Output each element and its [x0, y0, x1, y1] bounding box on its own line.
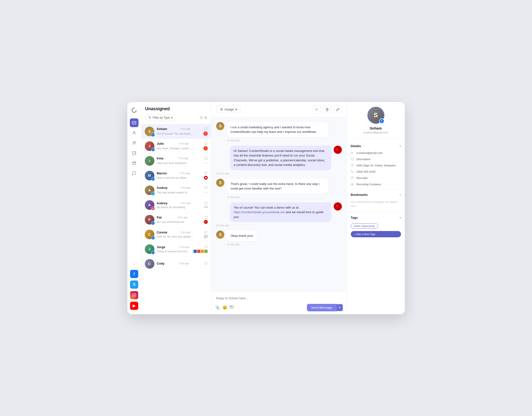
nav-tasks[interactable] — [130, 149, 138, 158]
svg-rect-23 — [351, 177, 353, 179]
phone-icon — [351, 170, 355, 174]
detail-phone: (303) 555-0105 — [351, 169, 401, 175]
chevron-down-icon: ▾ — [399, 216, 401, 219]
right-panel: S f Soham a.soham@gmail.com Details ▾ ✉ … — [347, 102, 405, 314]
conv-list-header: Unassigned Filter by Type ▾ ☰ ⊞ — [141, 102, 211, 124]
tags-section-header[interactable]: Tags ▾ — [351, 213, 401, 221]
list-item[interactable]: C f Connie 3 hrs ago hello Do we have an… — [141, 227, 211, 242]
message-row: S That's great, I could really use the e… — [216, 179, 342, 194]
message-bubble: Hi Saham! ContentStudio is a social medi… — [230, 146, 331, 170]
social-twitter[interactable]: 𝕏 — [130, 281, 138, 289]
trash-button[interactable] — [323, 105, 331, 113]
send-main[interactable]: Send Message — [307, 304, 337, 311]
link-button[interactable] — [334, 105, 342, 113]
msg-group: S Okay thank you! 12 mins ago — [216, 231, 342, 246]
svg-point-3 — [135, 142, 136, 143]
agent-avatar: N — [334, 202, 342, 210]
msg-group: Yes of course! You can book a demo with … — [216, 202, 342, 227]
list-item[interactable]: J f Jorge 3 hrs ago Trying to expand you… — [141, 242, 211, 257]
location-icon — [351, 164, 355, 167]
nav-contacts[interactable] — [130, 129, 138, 137]
svg-text:N: N — [336, 205, 337, 207]
svg-rect-10 — [205, 157, 207, 159]
send-dropdown[interactable]: ▾ — [337, 304, 343, 311]
msg-avatar: S — [216, 122, 224, 130]
demo-link[interactable]: https://contentstudio.youcanbook.me — [234, 210, 285, 214]
message-row: S I run a small marketing agency and I w… — [216, 122, 342, 137]
social-instagram[interactable] — [130, 291, 138, 299]
grid-view-icon[interactable]: ⊞ — [204, 115, 207, 120]
assign-button[interactable]: Assign ▾ — [216, 106, 241, 113]
conv-filter-row: Filter by Type ▾ ☰ ⊞ — [145, 114, 207, 121]
msg-time: 12 mins ago — [227, 196, 342, 199]
company-icon — [351, 183, 355, 186]
filter-type-button[interactable]: Filter by Type ▾ — [145, 114, 176, 121]
nav-team[interactable] — [130, 139, 138, 147]
details-section-header[interactable]: Details ▾ — [351, 142, 401, 150]
check-button[interactable] — [312, 105, 321, 113]
svg-point-2 — [133, 142, 134, 143]
emoji-icon[interactable]: 😊 — [222, 305, 227, 310]
list-item[interactable]: C Cody 3 hrs ago — [141, 257, 211, 271]
contact-email: a.soham@gmail.com — [363, 131, 388, 134]
contact-header: S f Soham a.soham@gmail.com — [351, 107, 401, 138]
nav-inbox[interactable] — [130, 118, 138, 127]
app-container: ··· f 𝕏 ▶ Unassigned Filter by Type ▾ ☰ … — [127, 102, 405, 314]
chat-messages: S I run a small marketing agency and I w… — [211, 117, 347, 291]
msg-group: Hi Saham! ContentStudio is a social medi… — [216, 146, 342, 175]
msg-avatar: S — [216, 179, 224, 187]
social-youtube[interactable]: ▶ — [130, 302, 138, 310]
message-bubble: That's great, I could really use the ext… — [227, 179, 328, 194]
message-bubble: Yes of course! You can book a demo with … — [230, 202, 331, 222]
agent-avatar: N — [334, 146, 342, 154]
add-tag-button[interactable]: + Add a New Tags — [351, 231, 401, 237]
msg-time: 12 mins ago — [216, 172, 342, 175]
social-badge: f — [151, 221, 155, 225]
social-badge: ig — [151, 207, 155, 210]
nav-archive[interactable] — [130, 159, 138, 168]
indicator: ! — [203, 146, 208, 151]
nav-chat[interactable] — [130, 169, 138, 178]
msg-group: S I run a small marketing agency and I w… — [216, 122, 342, 142]
msg-avatar: S — [216, 231, 224, 239]
reply-input[interactable] — [215, 294, 343, 302]
social-badge: f — [151, 148, 155, 151]
list-view-icon[interactable]: ☰ — [200, 115, 203, 120]
template-icon[interactable] — [230, 305, 233, 310]
msg-time: 12 mins ago — [227, 139, 342, 142]
divider — [351, 212, 401, 212]
svg-text:N: N — [336, 149, 337, 150]
conv-list-title: Unassigned — [145, 106, 207, 111]
list-item[interactable]: M f Marvin 3 hrs ago How to become an ef… — [141, 168, 211, 183]
list-item[interactable]: A ig Aubrey 3 hrs ago My desire for some… — [141, 198, 211, 212]
contact-social-badge: f — [379, 118, 384, 124]
list-item[interactable]: I Irma 3 hrs ago Have you ever wondered … — [141, 154, 211, 168]
contact-name: Soham — [370, 126, 382, 130]
tag-sales-opportunity[interactable]: Sales Opportunity — [351, 223, 378, 229]
nav-logo[interactable] — [130, 106, 138, 114]
detail-email: ✉ a.soham@gmail.com — [351, 150, 401, 156]
chat-area: Assign ▾ S — [211, 102, 347, 314]
svg-point-8 — [135, 294, 135, 294]
list-item[interactable]: J f Julie 3 hrs ago Hey there, Perhaps I… — [141, 139, 211, 154]
social-badge: f — [151, 251, 155, 255]
detail-address: 6391 Elgin St. Celina, Delaware — [351, 162, 401, 169]
conv-content: Soham 3 hrs ago Yes of course! You can b… — [157, 127, 208, 136]
chevron-down-icon: ▾ — [399, 193, 401, 197]
social-facebook[interactable]: f — [130, 270, 138, 278]
conversation-list: Unassigned Filter by Type ▾ ☰ ⊞ S — [141, 102, 211, 314]
bookmarks-empty: Your bookmarked messages will appear her… — [351, 199, 401, 210]
avatar-wrap: S f — [145, 127, 155, 136]
send-message-button[interactable]: Send Message ▾ — [307, 304, 343, 311]
svg-rect-4 — [133, 151, 136, 155]
message-bubble: I run a small marketing agency and I wan… — [227, 122, 328, 137]
list-item[interactable]: S f Soham 3 hrs ago Yes of course! You c… — [141, 124, 211, 139]
left-nav: ··· f 𝕏 ▶ — [127, 102, 141, 314]
chat-input-area: 📎 😊 Send Message ▾ — [211, 291, 347, 314]
list-item[interactable]: P f Pat 3 hrs ago Are you wondering how … — [141, 212, 211, 227]
attachment-icon[interactable]: 📎 — [215, 305, 220, 310]
list-item[interactable]: A t Audrey 3 hrs ago The way people reas… — [141, 183, 211, 198]
nav-more[interactable]: ··· — [132, 261, 136, 266]
svg-point-1 — [133, 132, 135, 133]
bookmarks-section-header[interactable]: Bookmarks ▾ — [351, 190, 401, 199]
